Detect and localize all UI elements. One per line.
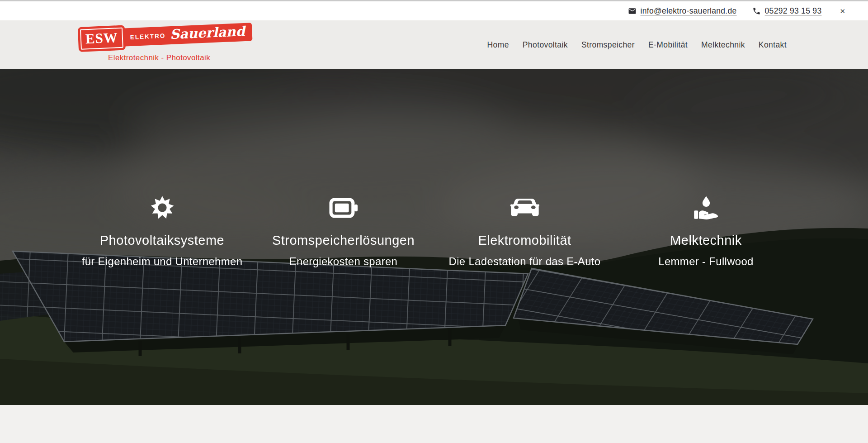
feature-title: Stromspeicherlösungen xyxy=(253,233,434,248)
nav-item-melktechnik[interactable]: Melktechnik xyxy=(701,38,745,52)
feature-stromspeicher: Stromspeicherlösungen Energiekosten spar… xyxy=(253,194,434,268)
phone-text: 05292 93 15 93 xyxy=(765,6,822,16)
feature-row: Photovoltaiksysteme für Eigenheim und Un… xyxy=(0,69,868,268)
logo-banner: ESW ELEKTRO Sauerland xyxy=(78,19,253,52)
hero-section: Photovoltaiksysteme für Eigenheim und Un… xyxy=(0,69,868,405)
logo-brand-prefix: ELEKTRO xyxy=(130,33,165,41)
car-icon xyxy=(510,198,539,218)
email-link[interactable]: info@elektro-sauerland.de xyxy=(628,6,737,16)
main-nav: Home Photovoltaik Stromspeicher E-Mobili… xyxy=(487,38,787,52)
bottom-section xyxy=(0,405,868,443)
logo-monogram: ESW xyxy=(80,28,123,50)
nav-item-photovoltaik[interactable]: Photovoltaik xyxy=(523,38,568,52)
mail-icon xyxy=(628,7,637,15)
feature-emobilitaet: Elektromobilität Die Ladestation für das… xyxy=(434,194,615,268)
feature-melktechnik: Melktechnik Lemmer - Fullwood xyxy=(615,194,797,268)
nav-item-kontakt[interactable]: Kontakt xyxy=(759,38,787,52)
feature-subtitle: Die Ladestation für das E-Auto xyxy=(434,255,615,268)
feature-title: Elektromobilität xyxy=(434,233,615,248)
hand-drop-icon xyxy=(693,195,719,220)
logo-ribbon: ELEKTRO Sauerland xyxy=(122,23,253,47)
feature-title: Photovoltaiksysteme xyxy=(71,233,253,248)
logo-brand-name: Sauerland xyxy=(170,25,245,43)
phone-link[interactable]: 05292 93 15 93 xyxy=(752,6,822,16)
feature-subtitle: für Eigenheim und Unternehmen xyxy=(71,255,253,268)
close-icon[interactable]: ✕ xyxy=(840,8,845,14)
logo-tagline: Elektrotechnik - Photovoltaik xyxy=(108,53,252,62)
topbar: info@elektro-sauerland.de 05292 93 15 93… xyxy=(0,0,868,20)
feature-photovoltaik: Photovoltaiksysteme für Eigenheim und Un… xyxy=(71,194,253,268)
feature-subtitle: Energiekosten sparen xyxy=(253,255,434,268)
nav-item-e-mobilitaet[interactable]: E-Mobilität xyxy=(648,38,688,52)
logo[interactable]: ESW ELEKTRO Sauerland Elektrotechnik - P… xyxy=(78,27,252,62)
feature-title: Melktechnik xyxy=(615,233,797,248)
site-header: ESW ELEKTRO Sauerland Elektrotechnik - P… xyxy=(0,20,868,69)
email-text: info@elektro-sauerland.de xyxy=(641,6,737,16)
logo-esw-badge: ESW xyxy=(78,25,126,52)
phone-icon xyxy=(752,7,761,15)
nav-item-home[interactable]: Home xyxy=(487,38,509,52)
nav-item-stromspeicher[interactable]: Stromspeicher xyxy=(581,38,635,52)
sun-icon xyxy=(150,195,175,220)
feature-subtitle: Lemmer - Fullwood xyxy=(615,255,797,268)
battery-icon xyxy=(329,198,358,218)
